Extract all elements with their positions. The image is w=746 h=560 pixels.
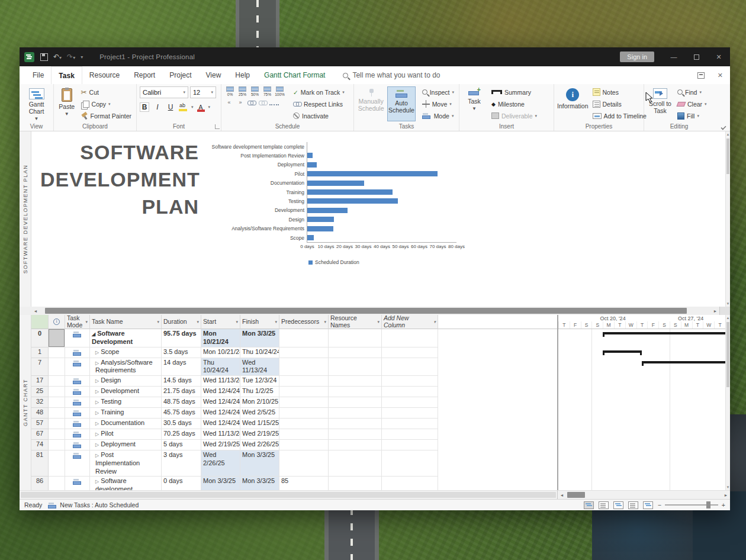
start-cell[interactable]: Wed 12/4/24 (201, 419, 240, 429)
duration-cell[interactable]: 45.75 days (162, 408, 201, 419)
insert-summary-button[interactable]: Summary (490, 86, 539, 98)
auto-schedule-button[interactable]: Auto Schedule (387, 86, 415, 121)
zoom-slider[interactable] (665, 504, 718, 506)
expand-subtasks-icon[interactable]: ▷ (95, 400, 99, 405)
task-mode-cell[interactable] (65, 397, 90, 408)
start-cell[interactable]: Wed 2/19/25 (201, 440, 240, 450)
details-button[interactable]: Details (591, 98, 648, 110)
scrollbar-thumb[interactable] (45, 308, 687, 314)
scroll-down-icon[interactable]: ▼ (726, 485, 730, 489)
filter-caret-icon[interactable]: ▾ (85, 320, 88, 324)
clear-button[interactable]: Clear ▾ (676, 98, 709, 110)
chart-bar[interactable] (307, 153, 313, 158)
task-name-cell[interactable]: ▷Documentation (90, 419, 162, 429)
collapse-ribbon-icon[interactable] (721, 124, 726, 130)
resource-sheet-view-icon[interactable] (628, 501, 638, 509)
duration-cell[interactable]: 95.75 days (162, 329, 201, 347)
notes-button[interactable]: Notes (591, 86, 648, 98)
minimize-button[interactable]: — (663, 47, 685, 66)
add-new-column-cell[interactable] (382, 329, 438, 347)
info-cell[interactable] (49, 429, 65, 440)
new-tasks-mode-button[interactable]: New Tasks : Auto Scheduled (48, 501, 139, 508)
zoom-out-button[interactable]: − (658, 501, 661, 508)
ribbon-display-options-icon[interactable] (697, 72, 705, 79)
task-mode-cell[interactable] (65, 429, 90, 440)
mark-on-track-button[interactable]: ✓ Mark on Track ▾ (291, 86, 346, 98)
tab-report[interactable]: Report (127, 66, 162, 84)
percent-complete-button[interactable]: 50% (249, 86, 261, 96)
predecessors-cell[interactable] (279, 397, 329, 408)
tab-gantt-chart-format[interactable]: Gantt Chart Format (257, 66, 332, 84)
start-cell[interactable]: Wed 12/4/24 (201, 408, 240, 419)
add-to-timeline-button[interactable]: Add to Timeline (591, 110, 648, 121)
filter-caret-icon[interactable]: ▾ (275, 320, 277, 324)
move-button[interactable]: Move ▾ (420, 98, 456, 110)
task-name-cell[interactable]: ▷Scope (90, 347, 162, 358)
inactivate-button[interactable]: Inactivate (291, 110, 346, 121)
duration-cell[interactable]: 5 days (162, 440, 201, 450)
duration-cell[interactable]: 0 days (162, 477, 201, 490)
resource-names-cell[interactable] (329, 408, 382, 419)
expand-subtasks-icon[interactable]: ▷ (95, 479, 99, 484)
task-mode-cell[interactable] (65, 408, 90, 419)
row-id-cell[interactable]: 0 (31, 329, 49, 347)
row-id-cell[interactable]: 67 (31, 429, 49, 440)
info-cell[interactable] (49, 419, 65, 429)
finish-cell[interactable]: Wed 2/26/25 (240, 440, 279, 450)
table-row[interactable]: 7▷Analysis/Software Requirements14 daysT… (31, 358, 557, 376)
expand-subtasks-icon[interactable]: ▷ (95, 350, 99, 355)
pane-splitter-handle[interactable] (719, 307, 730, 315)
duration-cell[interactable]: 21.75 days (162, 387, 201, 397)
add-new-column-cell[interactable] (382, 408, 438, 419)
info-column-header[interactable]: i (49, 315, 65, 329)
chart-bar[interactable] (307, 226, 333, 231)
task-mode-column-header[interactable]: Task Mode▾ (65, 315, 90, 329)
font-dialog-launcher-icon[interactable] (215, 124, 220, 129)
finish-column-header[interactable]: Finish▾ (240, 315, 279, 329)
start-cell[interactable]: Mon 10/21/24 (201, 347, 240, 358)
scroll-left-icon[interactable]: ◄ (558, 493, 566, 497)
task-mode-cell[interactable] (65, 387, 90, 397)
duration-cell[interactable]: 14 days (162, 358, 201, 376)
tab-file[interactable]: File (25, 66, 51, 84)
predecessors-column-header[interactable]: Predecessors▾ (279, 315, 329, 329)
expand-subtasks-icon[interactable]: ▷ (95, 453, 99, 458)
add-new-column-cell[interactable] (382, 397, 438, 408)
insert-milestone-button[interactable]: ◆ Milestone (490, 98, 539, 110)
scroll-down-icon[interactable]: ▼ (726, 302, 730, 305)
scroll-left-icon[interactable]: ◄ (31, 309, 40, 313)
info-cell[interactable] (49, 397, 65, 408)
predecessors-cell[interactable] (279, 387, 329, 397)
predecessors-cell[interactable] (279, 408, 329, 419)
info-cell[interactable] (49, 376, 65, 387)
chart-bar[interactable] (307, 198, 398, 204)
expand-subtasks-icon[interactable]: ▷ (95, 421, 99, 426)
task-name-cell[interactable]: ▷Post Implementation Review (90, 450, 162, 477)
chart-bar[interactable] (307, 162, 317, 168)
finish-cell[interactable]: Mon 2/10/25 (240, 397, 279, 408)
duration-cell[interactable]: 3 days (162, 450, 201, 477)
finish-cell[interactable]: Wed 11/13/24 (240, 358, 279, 376)
horizontal-scrollbar[interactable]: ◄ ► (20, 307, 730, 315)
add-new-column-cell[interactable] (382, 440, 438, 450)
chart-bar[interactable] (307, 217, 334, 222)
team-planner-view-icon[interactable] (613, 501, 623, 509)
finish-cell[interactable]: Tue 12/3/24 (240, 376, 279, 387)
filter-caret-icon[interactable]: ▾ (197, 320, 199, 324)
resource-names-cell[interactable] (329, 450, 382, 477)
unlink-tasks-icon[interactable] (258, 98, 268, 107)
row-id-cell[interactable]: 81 (31, 450, 49, 477)
predecessors-cell[interactable] (279, 358, 329, 376)
task-mode-cell[interactable] (65, 329, 90, 347)
table-row[interactable]: 81▷Post Implementation Review3 daysWed 2… (31, 450, 557, 477)
row-id-cell[interactable]: 74 (31, 440, 49, 450)
finish-cell[interactable]: Thu 10/24/24 (240, 347, 279, 358)
chart-bar[interactable] (307, 189, 393, 195)
add-new-column-header[interactable]: Add New Column▾ (382, 315, 438, 329)
filter-caret-icon[interactable]: ▾ (324, 320, 326, 324)
percent-complete-button[interactable]: 25% (237, 86, 248, 96)
fill-button[interactable]: Fill ▾ (676, 110, 709, 121)
scroll-up-icon[interactable]: ▲ (726, 133, 730, 136)
add-new-column-cell[interactable] (382, 358, 438, 376)
table-row[interactable]: 1▷Scope3.5 daysMon 10/21/24Thu 10/24/24 (31, 347, 557, 358)
